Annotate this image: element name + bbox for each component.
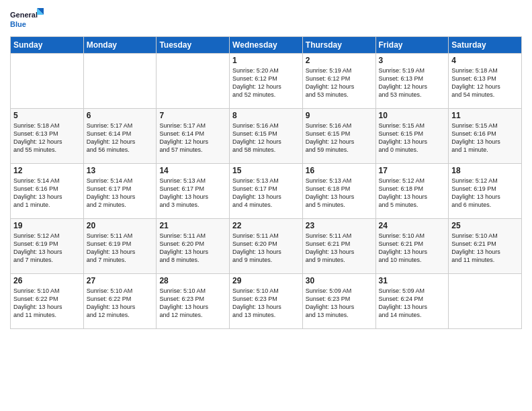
logo-svg: General Blue — [10, 7, 44, 32]
calendar-cell — [449, 274, 522, 329]
day-info: Sunrise: 5:10 AM Sunset: 6:23 PM Dayligh… — [159, 287, 226, 320]
day-number: 1 — [232, 56, 300, 65]
day-number: 11 — [451, 111, 519, 120]
calendar-cell: 4Sunrise: 5:18 AM Sunset: 6:13 PM Daylig… — [449, 54, 522, 109]
day-info: Sunrise: 5:10 AM Sunset: 6:21 PM Dayligh… — [379, 232, 446, 265]
calendar-cell — [157, 54, 230, 109]
day-number: 29 — [232, 276, 300, 285]
day-number: 28 — [159, 276, 226, 285]
svg-text:General: General — [10, 11, 38, 19]
day-info: Sunrise: 5:16 AM Sunset: 6:15 PM Dayligh… — [232, 122, 300, 154]
day-number: 18 — [451, 166, 519, 175]
weekday-header-monday: Monday — [83, 37, 157, 54]
calendar-cell: 18Sunrise: 5:12 AM Sunset: 6:19 PM Dayli… — [449, 164, 522, 219]
calendar-cell: 16Sunrise: 5:13 AM Sunset: 6:18 PM Dayli… — [302, 164, 375, 219]
calendar-cell: 26Sunrise: 5:10 AM Sunset: 6:22 PM Dayli… — [11, 274, 84, 329]
logo: General Blue — [10, 7, 44, 32]
day-info: Sunrise: 5:17 AM Sunset: 6:14 PM Dayligh… — [159, 122, 226, 154]
weekday-header-thursday: Thursday — [302, 37, 375, 54]
week-row-2: 5Sunrise: 5:18 AM Sunset: 6:13 PM Daylig… — [11, 109, 522, 164]
day-info: Sunrise: 5:13 AM Sunset: 6:18 PM Dayligh… — [306, 177, 373, 210]
day-number: 5 — [13, 111, 81, 120]
page-container: General Blue SundayMondayTuesdayWednesda… — [0, 0, 532, 336]
calendar-cell: 17Sunrise: 5:12 AM Sunset: 6:18 PM Dayli… — [375, 164, 449, 219]
weekday-header-saturday: Saturday — [449, 37, 522, 54]
day-info: Sunrise: 5:11 AM Sunset: 6:21 PM Dayligh… — [306, 232, 373, 265]
day-info: Sunrise: 5:09 AM Sunset: 6:23 PM Dayligh… — [306, 287, 373, 320]
calendar-cell: 3Sunrise: 5:19 AM Sunset: 6:13 PM Daylig… — [375, 54, 449, 109]
day-info: Sunrise: 5:15 AM Sunset: 6:16 PM Dayligh… — [451, 122, 519, 154]
calendar-cell: 21Sunrise: 5:11 AM Sunset: 6:20 PM Dayli… — [157, 219, 230, 274]
calendar-cell: 8Sunrise: 5:16 AM Sunset: 6:15 PM Daylig… — [230, 109, 303, 164]
weekday-header-wednesday: Wednesday — [230, 37, 303, 54]
day-number: 9 — [306, 111, 373, 120]
calendar-cell: 23Sunrise: 5:11 AM Sunset: 6:21 PM Dayli… — [302, 219, 375, 274]
calendar-cell: 2Sunrise: 5:19 AM Sunset: 6:12 PM Daylig… — [302, 54, 375, 109]
day-info: Sunrise: 5:12 AM Sunset: 6:19 PM Dayligh… — [451, 177, 519, 210]
day-info: Sunrise: 5:10 AM Sunset: 6:21 PM Dayligh… — [451, 232, 519, 265]
day-info: Sunrise: 5:15 AM Sunset: 6:15 PM Dayligh… — [379, 122, 446, 154]
calendar-cell: 13Sunrise: 5:14 AM Sunset: 6:17 PM Dayli… — [83, 164, 157, 219]
calendar-cell: 28Sunrise: 5:10 AM Sunset: 6:23 PM Dayli… — [157, 274, 230, 329]
day-number: 23 — [306, 221, 373, 230]
day-number: 20 — [87, 221, 154, 230]
day-info: Sunrise: 5:12 AM Sunset: 6:19 PM Dayligh… — [13, 232, 81, 265]
calendar-cell: 10Sunrise: 5:15 AM Sunset: 6:15 PM Dayli… — [375, 109, 449, 164]
day-info: Sunrise: 5:14 AM Sunset: 6:17 PM Dayligh… — [87, 177, 154, 210]
day-number: 19 — [13, 221, 81, 230]
calendar-cell: 27Sunrise: 5:10 AM Sunset: 6:22 PM Dayli… — [83, 274, 157, 329]
day-number: 22 — [232, 221, 300, 230]
day-info: Sunrise: 5:10 AM Sunset: 6:23 PM Dayligh… — [232, 287, 300, 320]
calendar-cell: 24Sunrise: 5:10 AM Sunset: 6:21 PM Dayli… — [375, 219, 449, 274]
calendar-cell: 19Sunrise: 5:12 AM Sunset: 6:19 PM Dayli… — [11, 219, 84, 274]
day-info: Sunrise: 5:11 AM Sunset: 6:20 PM Dayligh… — [159, 232, 226, 265]
day-number: 2 — [306, 56, 373, 65]
calendar-cell — [11, 54, 84, 109]
day-number: 6 — [87, 111, 154, 120]
weekday-header-sunday: Sunday — [11, 37, 84, 54]
day-number: 15 — [232, 166, 300, 175]
day-info: Sunrise: 5:20 AM Sunset: 6:12 PM Dayligh… — [232, 66, 300, 99]
calendar-cell: 1Sunrise: 5:20 AM Sunset: 6:12 PM Daylig… — [230, 54, 303, 109]
calendar-cell: 29Sunrise: 5:10 AM Sunset: 6:23 PM Dayli… — [230, 274, 303, 329]
calendar-cell: 31Sunrise: 5:09 AM Sunset: 6:24 PM Dayli… — [375, 274, 449, 329]
week-row-4: 19Sunrise: 5:12 AM Sunset: 6:19 PM Dayli… — [11, 219, 522, 274]
day-number: 13 — [87, 166, 154, 175]
day-info: Sunrise: 5:13 AM Sunset: 6:17 PM Dayligh… — [159, 177, 226, 210]
svg-text:Blue: Blue — [10, 20, 26, 28]
day-info: Sunrise: 5:11 AM Sunset: 6:20 PM Dayligh… — [232, 232, 300, 265]
day-number: 30 — [306, 276, 373, 285]
calendar-cell: 7Sunrise: 5:17 AM Sunset: 6:14 PM Daylig… — [157, 109, 230, 164]
calendar-cell: 20Sunrise: 5:11 AM Sunset: 6:19 PM Dayli… — [83, 219, 157, 274]
day-number: 31 — [379, 276, 446, 285]
day-number: 3 — [379, 56, 446, 65]
day-number: 14 — [159, 166, 226, 175]
calendar-cell: 15Sunrise: 5:13 AM Sunset: 6:17 PM Dayli… — [230, 164, 303, 219]
day-info: Sunrise: 5:09 AM Sunset: 6:24 PM Dayligh… — [379, 287, 446, 320]
weekday-header-friday: Friday — [375, 37, 449, 54]
day-info: Sunrise: 5:10 AM Sunset: 6:22 PM Dayligh… — [87, 287, 154, 320]
day-number: 7 — [159, 111, 226, 120]
day-info: Sunrise: 5:13 AM Sunset: 6:17 PM Dayligh… — [232, 177, 300, 210]
day-number: 24 — [379, 221, 446, 230]
day-info: Sunrise: 5:17 AM Sunset: 6:14 PM Dayligh… — [87, 122, 154, 154]
day-number: 17 — [379, 166, 446, 175]
calendar-cell: 6Sunrise: 5:17 AM Sunset: 6:14 PM Daylig… — [83, 109, 157, 164]
day-number: 21 — [159, 221, 226, 230]
day-number: 12 — [13, 166, 81, 175]
header: General Blue — [10, 7, 522, 32]
day-number: 26 — [13, 276, 81, 285]
week-row-5: 26Sunrise: 5:10 AM Sunset: 6:22 PM Dayli… — [11, 274, 522, 329]
calendar-table: SundayMondayTuesdayWednesdayThursdayFrid… — [10, 36, 522, 329]
calendar-cell — [83, 54, 157, 109]
calendar-cell: 14Sunrise: 5:13 AM Sunset: 6:17 PM Dayli… — [157, 164, 230, 219]
day-info: Sunrise: 5:14 AM Sunset: 6:16 PM Dayligh… — [13, 177, 81, 210]
day-info: Sunrise: 5:11 AM Sunset: 6:19 PM Dayligh… — [87, 232, 154, 265]
calendar-cell: 5Sunrise: 5:18 AM Sunset: 6:13 PM Daylig… — [11, 109, 84, 164]
weekday-header-tuesday: Tuesday — [157, 37, 230, 54]
calendar-cell: 22Sunrise: 5:11 AM Sunset: 6:20 PM Dayli… — [230, 219, 303, 274]
week-row-3: 12Sunrise: 5:14 AM Sunset: 6:16 PM Dayli… — [11, 164, 522, 219]
day-info: Sunrise: 5:18 AM Sunset: 6:13 PM Dayligh… — [451, 66, 519, 99]
calendar-cell: 30Sunrise: 5:09 AM Sunset: 6:23 PM Dayli… — [302, 274, 375, 329]
day-number: 25 — [451, 221, 519, 230]
